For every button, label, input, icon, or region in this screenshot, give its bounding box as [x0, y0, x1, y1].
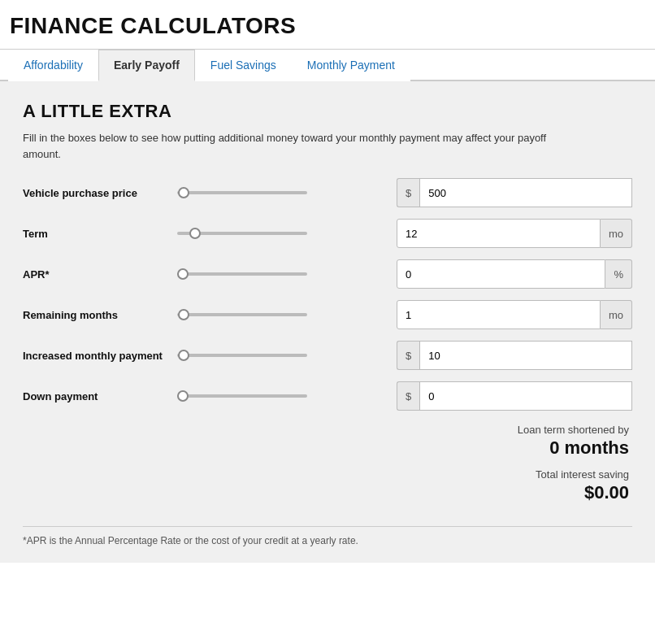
input-group-term: mo [397, 219, 632, 248]
input-group-remaining-months: mo [397, 300, 632, 329]
slider-container-term [169, 232, 397, 235]
input-group-vehicle-purchase-price: $ [397, 178, 632, 207]
page-header: FINANCE CALCULATORS [0, 0, 655, 50]
result-label-loan-term: Loan term shortened by [518, 424, 629, 436]
slider-down-payment[interactable] [177, 394, 307, 398]
results-section: Loan term shortened by 0 months Total in… [23, 424, 632, 513]
slider-increased-monthly-payment[interactable] [177, 354, 307, 357]
input-group-increased-monthly-payment: $ [397, 341, 632, 370]
suffix-apr: % [605, 259, 632, 289]
input-remaining-months[interactable] [397, 300, 601, 329]
field-label-term: Term [23, 228, 169, 240]
field-label-remaining-months: Remaining months [23, 309, 169, 321]
input-term[interactable] [397, 219, 601, 248]
tab-fuel-savings[interactable]: Fuel Savings [195, 50, 292, 81]
input-apr[interactable] [397, 259, 605, 289]
tab-early-payoff[interactable]: Early Payoff [98, 50, 195, 81]
tabs-bar: Affordability Early Payoff Fuel Savings … [0, 50, 655, 81]
prefix-vehicle-purchase-price: $ [397, 178, 419, 207]
footnote: *APR is the Annual Percentage Rate or th… [23, 526, 632, 546]
slider-container-vehicle-purchase-price [169, 191, 397, 194]
result-row-loan-term: Loan term shortened by 0 months [518, 424, 629, 459]
calculator-panel: A LITTLE EXTRA Fill in the boxes below t… [0, 81, 655, 563]
panel-description: Fill in the boxes below to see how putti… [23, 130, 575, 162]
slider-container-apr [169, 272, 397, 276]
field-row-remaining-months: Remaining months mo [23, 300, 632, 329]
slider-remaining-months[interactable] [177, 313, 307, 316]
panel-heading: A LITTLE EXTRA [23, 101, 632, 122]
slider-container-increased-monthly-payment [169, 354, 397, 357]
prefix-increased-monthly-payment: $ [397, 341, 419, 370]
input-vehicle-purchase-price[interactable] [419, 178, 632, 207]
input-down-payment[interactable] [419, 381, 632, 411]
input-group-apr: % [397, 259, 632, 289]
tab-monthly-payment[interactable]: Monthly Payment [292, 50, 410, 81]
tab-affordability[interactable]: Affordability [8, 50, 98, 81]
field-row-increased-monthly-payment: Increased monthly payment $ [23, 341, 632, 370]
result-row-interest-saving: Total interest saving $0.00 [536, 468, 629, 503]
slider-term[interactable] [177, 232, 307, 235]
field-label-increased-monthly-payment: Increased monthly payment [23, 350, 169, 362]
field-row-vehicle-purchase-price: Vehicle purchase price $ [23, 178, 632, 207]
slider-container-down-payment [169, 394, 397, 398]
result-value-loan-term: 0 months [549, 437, 629, 459]
page-title: FINANCE CALCULATORS [10, 13, 645, 39]
field-row-term: Term mo [23, 219, 632, 248]
field-label-vehicle-purchase-price: Vehicle purchase price [23, 187, 169, 199]
result-value-interest-saving: $0.00 [584, 482, 629, 503]
field-row-down-payment: Down payment $ [23, 381, 632, 411]
prefix-down-payment: $ [397, 381, 419, 411]
input-increased-monthly-payment[interactable] [419, 341, 632, 370]
field-label-apr: APR* [23, 268, 169, 281]
suffix-term: mo [601, 219, 632, 248]
suffix-remaining-months: mo [601, 300, 632, 329]
result-label-interest-saving: Total interest saving [536, 468, 629, 481]
field-label-down-payment: Down payment [23, 390, 169, 402]
slider-apr[interactable] [177, 272, 307, 276]
input-group-down-payment: $ [397, 381, 632, 411]
field-row-apr: APR* % [23, 259, 632, 289]
slider-vehicle-purchase-price[interactable] [177, 191, 307, 194]
slider-container-remaining-months [169, 313, 397, 316]
